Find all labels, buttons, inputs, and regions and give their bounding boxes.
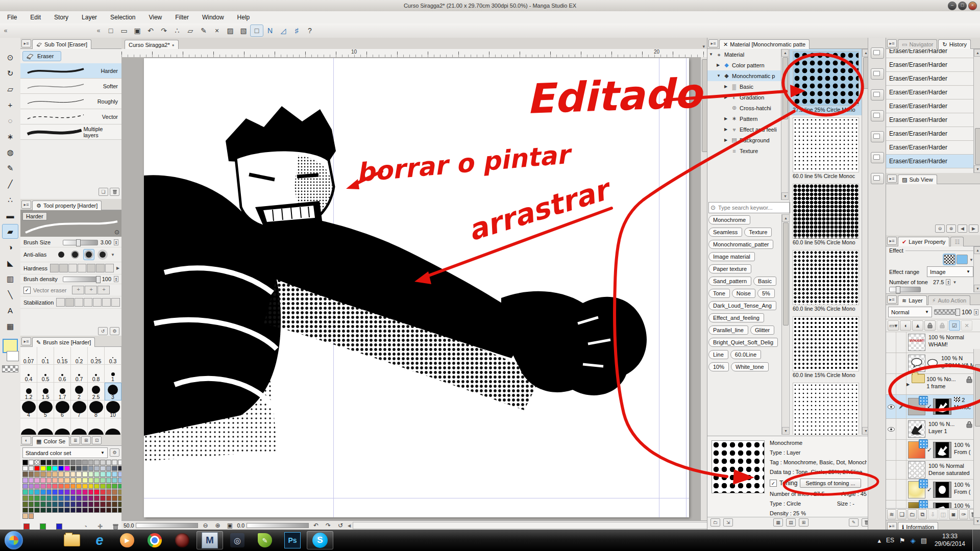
material-tag[interactable]: Line [708, 350, 728, 359]
color-swatch[interactable] [106, 466, 112, 471]
maximize-button[interactable]: □ [958, 2, 967, 10]
color-swatch[interactable] [34, 466, 40, 471]
recent-color-red[interactable] [23, 523, 30, 530]
color-swatch[interactable] [82, 508, 88, 513]
tree-scrollbar-thumb[interactable] [782, 57, 788, 119]
color-swatch[interactable] [106, 460, 112, 465]
layer-tab[interactable]: ≋ Layer [898, 295, 927, 305]
pencil-tool-icon[interactable]: ╱ [2, 177, 18, 191]
drag-material-button[interactable] [871, 68, 884, 80]
thumb-size-icon[interactable]: ⊞ [799, 518, 808, 527]
material-item[interactable]: 27.5 line 25% Circle Mono [790, 49, 862, 115]
color-swatch[interactable] [22, 489, 28, 495]
color-swatch[interactable] [22, 513, 28, 519]
menu-item[interactable]: Help [237, 14, 250, 21]
color-swatch[interactable] [34, 471, 40, 477]
tree-arrow-icon[interactable]: ▶ [724, 127, 729, 132]
color-swatch[interactable] [82, 471, 88, 477]
opacity-slider[interactable] [934, 309, 960, 315]
auto-action-tab[interactable]: ⚡ Auto Action [928, 295, 970, 305]
menu-item[interactable]: Story [54, 14, 68, 21]
color-swatch[interactable] [40, 460, 46, 465]
color-swatch[interactable] [40, 502, 46, 507]
panel-menu-icon[interactable]: ▸≡ [21, 39, 31, 47]
brush-size-cell[interactable]: 1.5 [37, 383, 54, 400]
color-swatch[interactable] [112, 460, 117, 465]
color-swatch[interactable] [82, 484, 88, 489]
color-swatch[interactable] [52, 495, 58, 501]
correction-pen-icon[interactable]: ✎ [197, 24, 210, 37]
menu-item[interactable]: Edit [30, 14, 41, 21]
transparent-color-swatch[interactable] [2, 365, 18, 372]
zoom-tool-icon[interactable]: ⊙ [2, 50, 18, 65]
color-mixer-tab-icon[interactable]: ⊞ [81, 436, 91, 444]
subview-zoom-out-icon[interactable]: ⊖ [935, 224, 945, 233]
enable-mask-icon[interactable]: ☑ [949, 320, 960, 331]
palette-knife-icon[interactable]: ✑ [959, 509, 968, 519]
menu-item[interactable]: File [7, 14, 17, 21]
color-swatch[interactable] [100, 489, 106, 495]
color-swatch[interactable] [58, 484, 64, 489]
brush-density-value[interactable]: 100 [102, 276, 111, 282]
subtool-item[interactable]: Multiple layers [20, 124, 121, 140]
color-swatch[interactable] [22, 508, 28, 513]
brush-size-cell[interactable]: 4 [20, 400, 37, 418]
canvas-horizontal-scrollbar[interactable] [353, 522, 709, 529]
color-swatch[interactable] [88, 466, 94, 471]
brush-size-cell[interactable]: 1.2 [20, 383, 37, 400]
subview-prev-icon[interactable]: ◀ [958, 224, 967, 233]
layer-row[interactable]: 100 % N¿TOMA YA MA.. [886, 353, 974, 374]
material-tree-item[interactable]: ▶ ∗ Pattern [707, 113, 788, 124]
color-swatch[interactable] [46, 495, 52, 501]
hardness-segments[interactable] [50, 264, 114, 272]
rotate-canvas-tool-icon[interactable]: ↻ [2, 66, 18, 81]
tags-scroll-down-icon[interactable]: ▼ [782, 427, 790, 435]
material-tag[interactable]: Basic [753, 277, 776, 286]
color-swatch[interactable] [46, 471, 52, 477]
brush-size-cell[interactable] [105, 418, 121, 435]
color-swatch[interactable] [58, 513, 64, 519]
color-swatch[interactable] [76, 508, 82, 513]
color-swatch[interactable] [76, 484, 82, 489]
color-swatch[interactable] [106, 502, 112, 507]
color-swatch[interactable] [94, 495, 100, 501]
color-swatch[interactable] [70, 489, 76, 495]
decoration-tool-icon[interactable]: ▬ [2, 208, 18, 223]
skype-taskbar-button[interactable]: S [307, 531, 333, 549]
layers-scroll-down-icon[interactable]: ▼ [974, 517, 980, 525]
color-swatch[interactable] [70, 495, 76, 501]
color-swatch[interactable] [94, 513, 100, 519]
brush-size-cell[interactable]: 0.7 [71, 365, 88, 383]
color-swatch[interactable] [100, 495, 106, 501]
color-swatch[interactable] [58, 460, 64, 465]
redo-icon[interactable]: ↷ [157, 24, 170, 37]
vector-eraser-checkbox[interactable]: ✓ [23, 287, 31, 294]
color-swatch[interactable] [29, 466, 34, 471]
material-tag[interactable]: White_tone [731, 362, 769, 371]
color-swatch[interactable] [64, 513, 70, 519]
subview-zoom-in-icon[interactable]: ⊕ [946, 224, 956, 233]
color-history-tab-icon[interactable]: ⊡ [92, 436, 102, 444]
color-swatch[interactable] [100, 513, 106, 519]
color-swatch[interactable] [58, 508, 64, 513]
material-tag[interactable]: 60.0Line [730, 350, 761, 359]
color-swatch[interactable] [40, 484, 46, 489]
colorset-panel-tab[interactable]: ▦ Color Se [32, 436, 69, 446]
brush-size-cell[interactable]: 1.7 [54, 383, 71, 400]
recent-color-blue[interactable] [56, 523, 62, 530]
brush-size-cell[interactable]: 0.6 [54, 365, 71, 383]
new-folder-icon[interactable]: 🗀 [710, 518, 720, 527]
material-tag[interactable]: Dark_Loud_Tense_Ang [708, 301, 776, 310]
color-swatch[interactable] [34, 502, 40, 507]
tone-effect-button[interactable] [944, 255, 955, 264]
brush-density-slider[interactable] [63, 277, 100, 282]
photoshop-taskbar-button[interactable]: Ps [279, 531, 306, 549]
layer-row[interactable]: 100 % N...Layer 1 [886, 419, 974, 440]
color-swatch[interactable] [88, 471, 94, 477]
color-swatch[interactable] [88, 502, 94, 507]
zoom-slider[interactable] [136, 523, 198, 528]
material-tag[interactable]: Sand_pattern [708, 277, 751, 286]
subtool-panel-tab[interactable]: Sub Tool [Eraser] [32, 39, 91, 49]
color-swatch[interactable] [106, 508, 112, 513]
color-swatch[interactable] [70, 484, 76, 489]
